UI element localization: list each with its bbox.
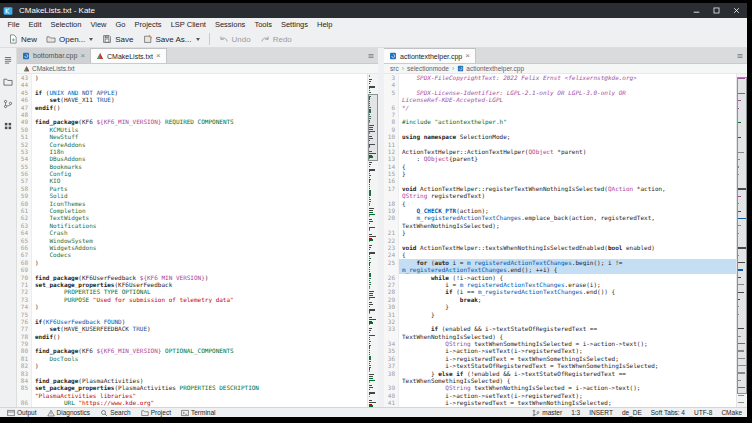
code-line-wrap: m_registeredActionTextChanges.end(); ++i… xyxy=(384,266,736,273)
status-insert[interactable]: INSERT xyxy=(589,409,613,416)
tab-close-icon[interactable] xyxy=(80,52,85,60)
maximize-button[interactable] xyxy=(708,4,724,17)
code-text: ) xyxy=(32,362,367,369)
code-area-right[interactable]: 3 SPDX-FileCopyrightText: 2022 Felix Ern… xyxy=(384,74,736,407)
line-number: 54 xyxy=(17,155,32,162)
code-area-left[interactable]: 43)4445if (UNIX AND NOT APPLE)46 set(HAV… xyxy=(17,74,367,407)
line-number: 34 xyxy=(384,340,399,347)
menu-tools[interactable]: Tools xyxy=(250,20,277,29)
line-number: 86 xyxy=(17,399,32,406)
code-text xyxy=(32,311,367,318)
statusbar-terminal-button[interactable]: Terminal xyxy=(179,409,218,417)
code-text: TextWhenNothingIsSelected) { xyxy=(399,333,736,340)
line-number: 44 xyxy=(17,81,32,88)
code-text: Bookmarks xyxy=(32,163,367,170)
line-number: 82 xyxy=(17,362,32,369)
statusbar-project-button[interactable]: Project xyxy=(139,409,173,417)
close-button[interactable] xyxy=(728,4,744,17)
code-text: QString textWhenSomethingIsSelected = i-… xyxy=(399,340,736,347)
tab-bottombar-cpp[interactable]: bottombar.cpp xyxy=(17,48,91,63)
menu-edit[interactable]: Edit xyxy=(24,20,46,29)
code-text: KIO xyxy=(32,177,367,184)
code-text: i->action->setText(i->registeredText); xyxy=(399,392,736,399)
status-de-de[interactable]: de_DE xyxy=(622,409,642,416)
chevron-down-icon xyxy=(89,38,93,41)
statusbar-button-label: Terminal xyxy=(191,409,216,416)
code-line: 43) xyxy=(17,74,367,81)
code-text: { xyxy=(399,200,736,207)
minimize-button[interactable] xyxy=(688,4,704,17)
code-text: WindowSystem xyxy=(32,237,367,244)
tab-actiontexthelper-cpp[interactable]: actiontexthelper.cpp xyxy=(384,48,476,63)
line-number: 3 xyxy=(384,74,399,81)
save-button[interactable]: Save xyxy=(98,32,137,46)
line-number: 56 xyxy=(17,170,32,177)
code-line: 31 } xyxy=(384,311,736,318)
open-button[interactable]: Open... xyxy=(42,32,97,46)
undo-button[interactable]: Undo xyxy=(215,32,255,46)
minimap-scrollbar-left[interactable] xyxy=(367,74,378,407)
menu-view[interactable]: View xyxy=(86,20,111,29)
line-number xyxy=(384,96,399,103)
tab-close-icon[interactable] xyxy=(156,52,161,60)
line-number: 38 xyxy=(384,370,399,377)
line-number: 51 xyxy=(17,133,32,140)
document-list-button[interactable] xyxy=(732,48,747,63)
menu-selection[interactable]: Selection xyxy=(46,20,86,29)
code-text: URL "https://www.kde.org" xyxy=(32,399,367,406)
menu-lsp-client[interactable]: LSP Client xyxy=(166,20,210,29)
document-list-button[interactable] xyxy=(363,48,378,63)
code-text: DocTools xyxy=(32,355,367,362)
code-line: 66 WidgetsAddons xyxy=(17,244,367,251)
line-number: 41 xyxy=(384,399,399,406)
toolview-filesystem-browser-button[interactable] xyxy=(2,75,15,88)
minimap-viewport[interactable] xyxy=(368,94,378,161)
status-utf-8[interactable]: UTF-8 xyxy=(694,409,712,416)
statusbar-search-button[interactable]: Search xyxy=(98,409,133,417)
menu-go[interactable]: Go xyxy=(111,20,130,29)
code-text: "PlasmaActivities libraries" xyxy=(32,392,367,399)
line-number: 81 xyxy=(17,355,32,362)
code-text: { xyxy=(399,163,736,170)
code-text: PROPERTIES TYPE OPTIONAL xyxy=(32,288,367,295)
code-text: TextWhenNothingIsSelected); xyxy=(399,222,736,229)
code-text: set_package_properties(KF6UserFeedback xyxy=(32,281,367,288)
line-number: 60 xyxy=(17,200,32,207)
code-line: 85set_package_properties(PlasmaActivitie… xyxy=(17,384,367,391)
save-as-button[interactable]: Save As... xyxy=(139,32,204,46)
crumb-selectionmode[interactable]: selectionmode xyxy=(407,65,449,72)
crumb-cmakelists-txt[interactable]: CMakeLists.txt xyxy=(23,65,75,72)
code-line: 84find_package(PlasmaActivities) xyxy=(17,377,367,384)
new-button[interactable]: New xyxy=(4,32,41,46)
status-cmake[interactable]: CMake xyxy=(721,409,742,416)
crumb-actiontexthelper-cpp[interactable]: actiontexthelper.cpp xyxy=(457,65,524,72)
toolview-documents-button[interactable] xyxy=(2,53,15,66)
close-icon xyxy=(732,6,741,15)
code-line: 12ActionTextHelper::ActionTextHelper(QOb… xyxy=(384,148,736,155)
toolview-plugins-button[interactable] xyxy=(2,119,15,132)
toolview-projects-button[interactable] xyxy=(2,97,15,110)
statusbar-output-button[interactable]: Output xyxy=(5,409,39,417)
statusbar-diagnostics-button[interactable]: Diagnostics xyxy=(45,409,93,417)
status-1-3[interactable]: 1:3 xyxy=(571,409,580,416)
menu-projects[interactable]: Projects xyxy=(130,20,166,29)
status-soft-tabs-4[interactable]: Soft Tabs: 4 xyxy=(651,409,685,416)
tab-cmakelists-txt[interactable]: CMakeLists.txt xyxy=(91,48,167,63)
status-value: CMake xyxy=(721,409,742,416)
toolbar-label: New xyxy=(21,35,37,44)
crumb-src[interactable]: src xyxy=(390,65,399,72)
code-text: if (UNIX AND NOT APPLE) xyxy=(32,89,367,96)
redo-button[interactable]: Redo xyxy=(256,32,296,46)
line-number xyxy=(17,392,32,399)
tab-close-icon[interactable] xyxy=(465,52,470,60)
code-text: IconThemes xyxy=(32,200,367,207)
status-master[interactable]: master xyxy=(532,409,562,417)
menu-sessions[interactable]: Sessions xyxy=(210,20,249,29)
minimap-viewport[interactable] xyxy=(737,77,747,393)
minimap-scrollbar-right[interactable] xyxy=(736,74,747,407)
menu-file[interactable]: File xyxy=(3,20,24,29)
menu-settings[interactable]: Settings xyxy=(276,20,312,29)
editor-right[interactable]: 3 SPDX-FileCopyrightText: 2022 Felix Ern… xyxy=(384,74,747,407)
editor-left[interactable]: 43)4445if (UNIX AND NOT APPLE)46 set(HAV… xyxy=(17,74,378,407)
menu-help[interactable]: Help xyxy=(313,20,337,29)
